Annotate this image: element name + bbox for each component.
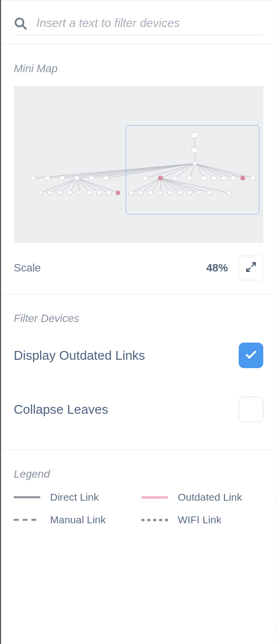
scale-row: Scale 48%: [14, 243, 263, 280]
svg-rect-58: [38, 191, 43, 194]
filter-title: Filter Devices: [14, 312, 263, 325]
checkbox-display-outdated[interactable]: [239, 343, 263, 368]
legend-label: Direct Link: [50, 491, 99, 503]
legend-swatch-solid-grey: [14, 496, 40, 498]
sidebar-panel: Mini Map: [1, 0, 276, 539]
filter-label-collapse: Collapse Leaves: [14, 402, 108, 417]
svg-point-76: [116, 190, 120, 195]
legend-item-manual: Manual Link: [14, 514, 136, 526]
check-icon: [245, 349, 257, 361]
search-row: [14, 14, 263, 35]
svg-rect-61: [68, 191, 72, 194]
legend-label: Manual Link: [50, 514, 106, 526]
search-icon: [14, 17, 28, 32]
legend-item-outdated: Outdated Link: [141, 491, 263, 503]
fit-to-screen-button[interactable]: [239, 256, 263, 280]
legend-grid: Direct Link Outdated Link Manual Link WI…: [14, 491, 263, 526]
scale-label: Scale: [14, 262, 41, 274]
svg-rect-42: [30, 176, 35, 180]
legend-item-wifi: WIFI Link: [141, 514, 263, 526]
svg-rect-60: [58, 191, 62, 194]
svg-rect-44: [60, 176, 65, 180]
svg-rect-62: [77, 191, 82, 194]
filter-row-outdated: Display Outdated Links: [14, 336, 263, 382]
svg-line-27: [77, 178, 109, 193]
filter-row-collapse: Collapse Leaves: [14, 382, 263, 436]
legend-item-direct: Direct Link: [14, 491, 136, 503]
legend-swatch-dots: [141, 519, 168, 521]
scale-right-group: 48%: [206, 256, 263, 280]
svg-rect-65: [107, 191, 111, 194]
filter-label-outdated: Display Outdated Links: [14, 348, 145, 363]
legend-section: Legend Direct Link Outdated Link Manual …: [1, 450, 276, 539]
minimap-title: Mini Map: [14, 62, 263, 75]
svg-rect-46: [89, 176, 94, 180]
svg-rect-47: [104, 176, 109, 180]
svg-line-78: [251, 263, 255, 267]
minimap-canvas[interactable]: [14, 86, 263, 243]
legend-swatch-solid-pink: [141, 496, 168, 499]
svg-rect-64: [97, 191, 101, 194]
svg-line-77: [247, 268, 250, 271]
device-filter-input[interactable]: [36, 14, 263, 35]
search-underline: [14, 35, 263, 35]
svg-rect-63: [87, 191, 91, 194]
svg-rect-59: [48, 191, 53, 194]
minimap-viewport[interactable]: [126, 125, 259, 215]
svg-rect-43: [45, 176, 50, 180]
checkbox-collapse-leaves[interactable]: [239, 397, 263, 422]
legend-label: Outdated Link: [178, 491, 242, 503]
svg-rect-45: [75, 176, 80, 180]
legend-swatch-dash: [14, 519, 40, 521]
minimap-section: Mini Map: [1, 45, 276, 294]
svg-point-0: [16, 19, 24, 27]
legend-label: WIFI Link: [178, 514, 222, 526]
scale-value: 48%: [206, 262, 228, 274]
filter-section: Filter Devices Display Outdated Links Co…: [1, 295, 276, 450]
legend-title: Legend: [14, 468, 263, 481]
search-section: [1, 1, 276, 44]
svg-line-1: [23, 26, 27, 29]
svg-line-21: [51, 178, 78, 193]
expand-icon: [245, 261, 257, 275]
